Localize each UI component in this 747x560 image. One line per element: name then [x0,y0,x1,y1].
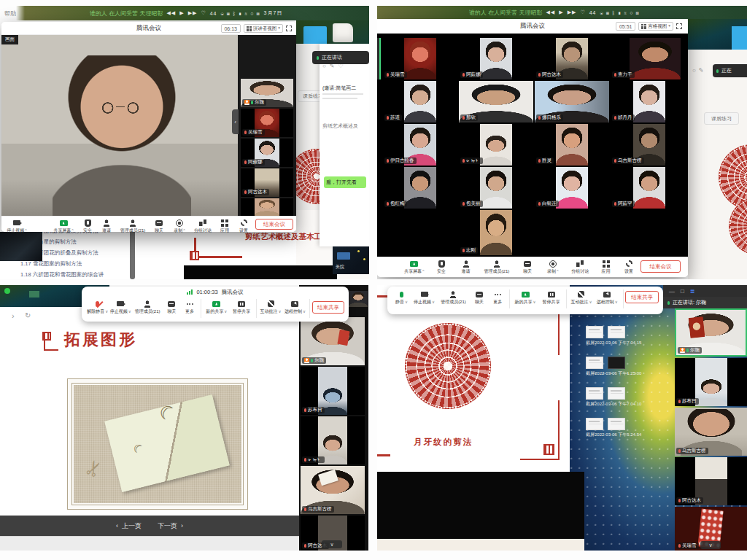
toolbar-manage-members[interactable]: 管理成员(21) [437,288,470,306]
participant-tile[interactable] [349,291,368,307]
participant-tile[interactable]: 查力干 [611,38,688,79]
toolbar-chat[interactable]: 聊天 [470,288,488,306]
toolbar-remote-control[interactable]: 远程控制∨ [594,288,620,306]
sidebar-more-button[interactable]: ∨ [700,541,721,549]
media-prev-icon[interactable]: ◀◀ [166,10,176,16]
end-meeting-button[interactable]: 结束会议 [640,260,681,273]
toolbar-remote-control[interactable]: 远程控制∨ [283,298,307,315]
menubar-status-icons[interactable]: ◉ ▦ ᛒ ▮ ≋ ○ ▩ [220,11,260,16]
toolbar-apps[interactable]: 应用 [595,257,618,275]
doc-list-item[interactable]: 1.18 六折团花和雪花图案的综合讲 [20,271,104,279]
participant-tile[interactable]: 娜日格乐 [535,81,609,122]
toolbar-pause-share[interactable]: 暂停共享 [229,298,253,315]
toolbar-manage-members[interactable]: 管理成员(21) [132,298,163,315]
participant-tile[interactable]: 苏道 [383,81,457,122]
participant-tile[interactable]: 阿茹娜 [459,38,533,79]
participant-tile[interactable]: ᠲᠤᠯ [301,416,365,464]
participant-tile[interactable]: 尔鞠 [675,308,747,357]
participant-tile[interactable]: 邰丹丹 [611,81,688,122]
toolbar-share-screen[interactable]: 共享屏幕^ [399,257,429,275]
toolbar-settings[interactable]: 设置 [617,257,640,275]
toolbar-mute[interactable]: 静音∨ [392,288,411,306]
participant-tile[interactable]: 苏布日 [301,367,365,415]
participant-tile[interactable]: 乌吉斯古楞 [675,408,747,456]
fullscreen-icon[interactable] [676,23,682,29]
fullscreen-icon[interactable] [286,26,292,31]
participant-tile[interactable]: 尔鞠 [241,79,293,107]
toolbar-breakout[interactable]: 分组讨论 [565,257,594,275]
participant-tile[interactable]: 包红梅 [383,167,457,209]
screenshot-thumb[interactable] [586,418,603,430]
screenshot-thumb[interactable] [586,357,603,369]
participant-tile[interactable]: 那钦 [459,81,533,122]
toolbar-stop-video[interactable]: 停止视频^ [4,217,30,234]
participant-tile[interactable]: 阿古达木 [241,168,293,197]
participant-tile[interactable]: 白银连 [535,167,609,209]
toolbar-stop-video[interactable]: 停止视频∨ [411,288,437,306]
toolbar-share-screen[interactable]: 共享屏幕^ [49,217,78,234]
pen-icon[interactable]: ✎ [699,67,704,74]
toolbar-stop-video[interactable]: 停止视频∨ [109,298,133,315]
media-next-icon[interactable]: ▶▶ [188,10,198,16]
toolbar-settings[interactable]: 设置 [234,217,253,234]
end-share-button[interactable]: 结束共享 [312,301,344,314]
participant-tile[interactable]: 胜灵 [535,124,609,166]
sidebar-more-button[interactable]: ∨ [322,540,342,548]
toolbar-security[interactable]: 安全 [429,257,453,275]
chevron-right-icon[interactable]: › [12,311,15,320]
heart-icon[interactable]: ♡ [580,9,585,15]
toolbar-invite[interactable]: 邀请 [454,257,478,275]
view-mode-button[interactable]: 演讲者视图 ▾ [244,24,283,33]
screenshot-thumb[interactable] [608,326,625,338]
media-next-icon[interactable]: ▶▶ [568,9,577,15]
toolbar-new-share[interactable]: 新的共享∨ [204,298,229,315]
heart-icon[interactable]: ♡ [201,10,206,16]
menubar-date[interactable]: 3月7日 [264,9,283,17]
toolbar-apps[interactable]: 应用 [215,217,234,234]
participant-tile[interactable]: 阿古达木 [675,457,747,505]
doc-list-item[interactable]: 1.17 雪花图案的剪制方法 [20,260,82,268]
toolbar-breakout[interactable]: 分组讨论 [190,217,215,234]
desktop-file-icon[interactable] [333,23,353,42]
participant-tile[interactable]: 阿古达木 [535,38,609,79]
media-play-icon[interactable]: ▶ [559,9,563,15]
media-prev-icon[interactable]: ◀◀ [546,9,555,15]
participant-tile[interactable]: 尔鞠 [301,317,365,365]
side-tab-homework[interactable]: 课后练习 [704,112,739,125]
toolbar-new-share[interactable]: 新的共享∨ [512,288,538,306]
participant-tile[interactable]: 苏布日 [675,358,747,406]
participant-tile[interactable]: 乌吉斯古楞 [301,466,365,514]
prev-page-button[interactable]: ‹上一页 [116,521,142,531]
participant-tile[interactable]: 阿茹罕 [611,167,688,209]
sidebar-collapse-handle[interactable]: ‹ [232,109,239,134]
layout-icon[interactable]: ≣ [690,288,695,295]
toolbar-annotate[interactable]: 互动批注∨ [569,288,595,306]
speaker-video[interactable]: 画面 [1,35,238,216]
toolbar-unmute[interactable]: 解除静音∨ [86,298,109,315]
toolbar-record[interactable]: 录制^ [540,257,565,275]
toolbar-chat[interactable]: 聊天 [163,298,181,315]
chat-window[interactable]: ○ ✎ ♡ (邀请:简笔画二 剪纸艺术概述及 服，打开先看 [320,44,369,246]
participant-tile[interactable]: 阿茹娜 [241,139,293,167]
participant-tile[interactable]: 乌吉斯古楞 [611,124,688,166]
screenshot-thumb[interactable] [586,326,603,338]
toolbar-manage-members[interactable]: 管理成员(21) [478,257,515,275]
screenshot-thumb-dark[interactable] [608,357,625,369]
toolbar-invite[interactable]: 邀请 [97,217,116,234]
toolbar-chat[interactable]: 聊天 [150,217,169,234]
thumbnail-meiyuan[interactable]: 美院 [333,246,369,274]
media-play-icon[interactable]: ▶ [179,10,184,16]
search-icon[interactable]: ○ [692,67,696,74]
participant-tile[interactable]: 包美丽 [459,167,533,209]
participant-tile[interactable]: 志刚 [459,210,533,255]
end-share-button[interactable]: 结束共享 [625,291,659,303]
end-meeting-button[interactable]: 结束会议 [255,219,293,230]
toolbar-chat[interactable]: 聊天 [516,257,540,275]
toolbar-manage-members[interactable]: 管理成员(21) [116,217,150,234]
maximize-icon[interactable]: □ [681,288,684,295]
screenshot-thumb[interactable] [586,387,603,400]
minimize-icon[interactable]: — [669,288,675,295]
screenshot-thumb[interactable] [608,418,625,430]
toolbar-pause-share[interactable]: 暂停共享 [538,288,564,306]
participant-tile[interactable]: ᠲᠤᠯ [459,124,533,166]
